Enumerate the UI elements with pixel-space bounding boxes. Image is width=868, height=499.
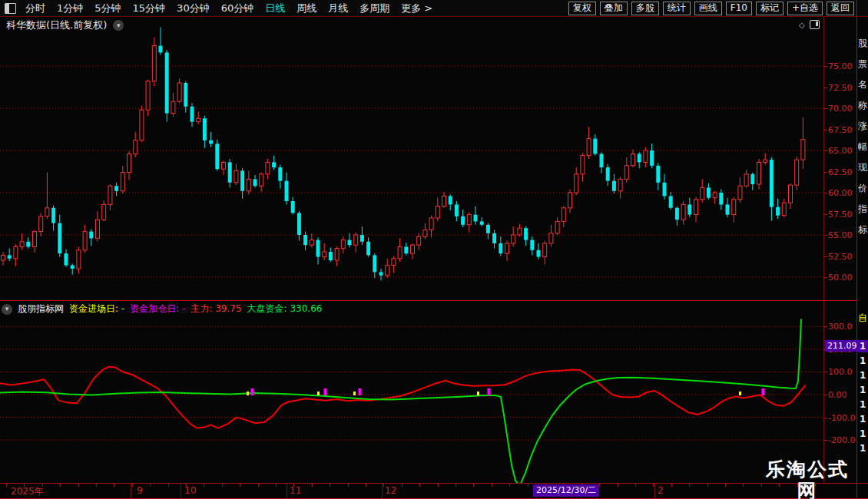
- candle: [442, 192, 446, 208]
- indicator-chart[interactable]: [0, 317, 823, 482]
- candle: [20, 233, 24, 250]
- entry-day-marker: [477, 392, 479, 395]
- toolbar-button-3[interactable]: 统计: [663, 2, 691, 15]
- date-axis[interactable]: 2025年 2025/12/30/二 91011122: [0, 483, 868, 499]
- chart-title-row: 科华数据(日线.前复权) ▾: [6, 18, 124, 32]
- candle: [45, 173, 49, 220]
- candle: [404, 243, 408, 256]
- menu-item-0[interactable]: 分时: [25, 1, 45, 16]
- menu-item-7[interactable]: 周线: [297, 1, 316, 16]
- date-tick: [168, 484, 169, 487]
- indicator-field-0: 资金进场日: -: [69, 302, 124, 316]
- candle: [612, 174, 616, 193]
- candle: [83, 225, 87, 253]
- candle: [310, 233, 313, 248]
- indicator-line: [0, 319, 801, 485]
- date-tick: [150, 484, 151, 487]
- menu-item-3[interactable]: 15分钟: [133, 1, 166, 16]
- date-tick: [258, 484, 259, 487]
- panel-toggle-icon[interactable]: [5, 3, 16, 14]
- toolbar-button-1[interactable]: 叠加: [600, 2, 628, 15]
- menu-item-4[interactable]: 30分钟: [177, 1, 210, 16]
- menu-item-1[interactable]: 1分钟: [57, 1, 83, 16]
- candle: [455, 201, 459, 221]
- candle: [801, 117, 805, 169]
- chevron-down-circle-icon[interactable]: ▾: [2, 304, 12, 315]
- date-tick: [114, 484, 114, 487]
- side-panel-char: 股: [858, 37, 868, 50]
- candle: [687, 198, 691, 217]
- side-panel-price-digit: 1: [860, 428, 866, 439]
- candle: [486, 223, 490, 240]
- candle: [555, 217, 559, 235]
- toolbar-button-0[interactable]: 复权: [568, 2, 596, 15]
- candle: [228, 159, 232, 187]
- date-divider: [181, 484, 181, 498]
- add-position-marker: [762, 388, 765, 395]
- candle: [234, 164, 238, 186]
- indicator-line: [0, 367, 805, 428]
- candle: [26, 237, 30, 248]
- toolbar-button-5[interactable]: F10: [726, 2, 752, 15]
- window-panel-icon[interactable]: [810, 20, 820, 29]
- menu-item-2[interactable]: 5分钟: [94, 1, 121, 16]
- candle: [373, 253, 376, 278]
- watchlist-side-panel[interactable]: 股票名称涨幅现价指标自11111111: [858, 17, 868, 482]
- candle: [744, 170, 748, 187]
- candlestick-chart[interactable]: [0, 17, 823, 300]
- date-tick: [653, 484, 654, 487]
- toolbar-button-4[interactable]: 画线: [694, 2, 722, 15]
- toolbar-button-6[interactable]: 标记: [756, 2, 784, 15]
- candle: [171, 93, 175, 117]
- toolbar-button-2[interactable]: 多股: [631, 2, 659, 15]
- candle: [140, 106, 144, 142]
- crosshair-value-badge: 211.09: [825, 340, 860, 352]
- date-tick: [42, 484, 43, 487]
- price-tick: [823, 130, 827, 131]
- candle: [467, 212, 471, 232]
- add-position-marker: [488, 388, 491, 395]
- toolbar-button-8[interactable]: 返回: [827, 2, 854, 15]
- pane-divider[interactable]: [0, 300, 856, 301]
- candle: [297, 211, 301, 241]
- candle: [354, 233, 358, 253]
- menu-item-9[interactable]: 多周期: [359, 1, 389, 16]
- date-divider: [382, 484, 383, 498]
- date-tick: [689, 484, 690, 487]
- candle: [77, 246, 81, 273]
- side-panel-char: 票: [858, 58, 868, 71]
- date-tick: [276, 484, 277, 487]
- candle: [562, 207, 565, 228]
- menu-item-10[interactable]: 更多 >: [401, 1, 432, 16]
- entry-day-marker: [247, 392, 249, 395]
- indicator-header: ▾ 股朋指标网 资金进场日: -资金加仓日: -主力: 39.75大盘资金: 3…: [2, 302, 322, 316]
- candle: [285, 173, 289, 205]
- candle: [429, 216, 433, 238]
- diamond-icon[interactable]: ◇: [799, 21, 805, 29]
- month-label: 2: [658, 485, 664, 496]
- candle: [51, 206, 55, 231]
- date-tick: [528, 484, 528, 487]
- indicator-tick: [823, 395, 827, 395]
- candle: [247, 170, 250, 194]
- chevron-down-circle-icon[interactable]: ▾: [113, 20, 124, 31]
- date-tick: [383, 484, 384, 487]
- menu-item-6[interactable]: 日线: [265, 1, 285, 16]
- candle: [795, 157, 799, 190]
- candle: [128, 151, 131, 180]
- menu-item-5[interactable]: 60分钟: [221, 1, 254, 16]
- candle: [593, 134, 597, 156]
- candle: [449, 194, 452, 210]
- candle: [14, 244, 18, 266]
- month-label: 12: [385, 485, 396, 496]
- toolbar-button-7[interactable]: +自选: [787, 2, 823, 15]
- menu-item-8[interactable]: 月线: [328, 1, 348, 16]
- indicator-field-1: 资金加仓日: -: [130, 302, 185, 316]
- price-tick: [823, 150, 827, 151]
- candle: [750, 173, 754, 190]
- candle: [726, 198, 730, 217]
- candle: [713, 191, 717, 203]
- indicator-source-label: 股朋指标网: [18, 302, 64, 316]
- top-toolbar: 分时1分钟5分钟15分钟30分钟60分钟日线周线月线多周期更多 > 复权叠加多股…: [0, 0, 868, 17]
- date-tick: [204, 484, 204, 487]
